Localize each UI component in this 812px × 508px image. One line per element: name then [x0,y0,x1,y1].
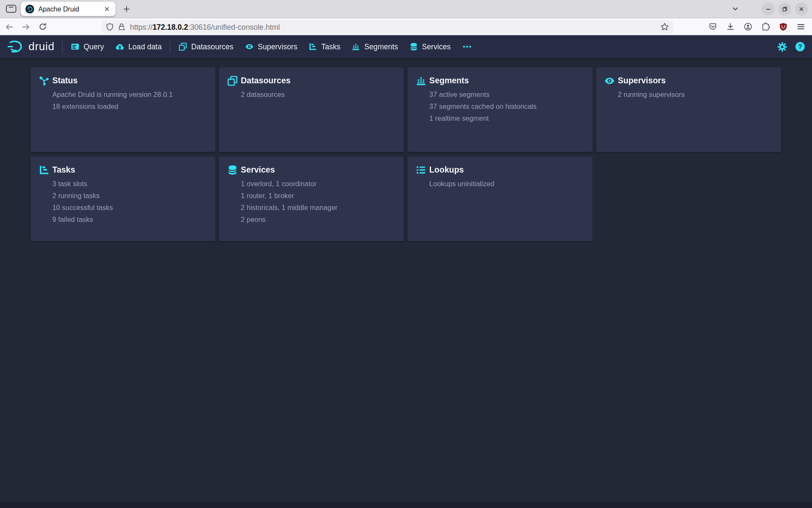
window-controls [762,2,808,15]
card-line: 18 extensions loaded [52,101,207,113]
window-bottom-edge [0,502,812,508]
url-input[interactable]: https://172.18.0.2:30616/unified-console… [102,20,673,34]
gantt-icon [39,165,49,175]
back-icon[interactable] [2,20,17,34]
card-line: 37 segments cached on historicals [429,101,584,113]
card-body: 2 datasources [241,89,396,101]
card-header: Segments [416,76,584,86]
lock-warning-icon[interactable] [118,23,127,31]
gantt-icon [309,43,317,51]
more-icon[interactable] [457,35,478,58]
tab-list-chevron-icon[interactable] [729,2,742,16]
gear-icon[interactable] [777,42,787,51]
card-body: Apache Druid is running version 28.0.1 1… [52,89,207,113]
card-title: Services [241,165,275,175]
druid-navbar: druid Query Load data [0,35,812,58]
eye-icon [245,43,254,51]
url-text: https://172.18.0.2:30616/unified-console… [130,23,657,31]
ublock-icon[interactable] [776,20,790,34]
card-title: Segments [429,76,469,85]
card-line: 1 router, 1 broker [241,190,396,201]
browser-window: Apache Druid [0,0,812,508]
restore-icon[interactable] [778,2,791,15]
card-line: 2 historicals, 1 middle manager [241,201,396,213]
eye-icon [604,76,615,86]
card-line: 37 active segments [429,89,584,101]
card-line: 9 failed tasks [52,213,207,225]
graph-icon [39,76,49,86]
card-title: Supervisors [618,76,666,85]
card-segments[interactable]: Segments 37 active segments 37 segments … [408,68,592,152]
url-scheme: https:// [130,23,152,31]
card-body: Lookups uninitialized [429,178,584,190]
stacked-chart-icon [416,76,426,86]
card-line: Apache Druid is running version 28.0.1 [52,89,207,101]
favicon-druid [25,4,34,13]
download-icon[interactable] [723,20,737,34]
card-line: 2 peons [241,213,396,225]
nav-item-segments[interactable]: Segments [346,35,404,58]
card-status[interactable]: Status Apache Druid is running version 2… [31,68,215,152]
account-icon[interactable] [741,20,755,34]
nav-item-query[interactable]: Query [65,35,110,58]
reload-icon[interactable] [35,20,50,34]
home-view: Status Apache Druid is running version 2… [0,58,812,246]
nav-item-services[interactable]: Services [404,35,457,58]
firefox-view-icon[interactable] [3,2,19,16]
toolbar-right-cluster [705,20,812,34]
card-body: 2 running supervisors [618,89,773,101]
brand-text: druid [28,40,54,53]
card-title: Tasks [52,165,75,175]
card-tasks[interactable]: Tasks 3 task slots 2 running tasks 10 su… [31,156,215,241]
database-icon [227,165,237,175]
query-icon [71,43,79,51]
nav-label: Segments [364,43,398,51]
card-line: 1 overlord, 1 coordinator [241,178,396,190]
card-body: 37 active segments 37 segments cached on… [429,89,584,125]
card-title: Lookups [429,165,464,175]
minimize-icon[interactable] [762,2,775,15]
navbar-divider [62,40,63,53]
card-supervisors[interactable]: Supervisors 2 running supervisors [596,68,781,152]
card-line: 3 task slots [52,178,207,190]
nav-item-supervisors[interactable]: Supervisors [239,35,303,58]
card-lookups[interactable]: Lookups Lookups uninitialized [408,156,592,241]
card-header: Supervisors [604,76,773,86]
card-header: Lookups [416,165,584,175]
menu-icon[interactable] [793,20,808,34]
card-services[interactable]: Services 1 overlord, 1 coordinator 1 rou… [219,156,404,241]
tab-title: Apache Druid [38,5,101,13]
pocket-icon[interactable] [705,20,720,34]
close-tab-icon[interactable] [101,3,113,14]
nav-label: Datasources [191,43,233,51]
forward-icon[interactable] [19,20,33,34]
card-line: 2 datasources [241,89,396,101]
bookmark-star-icon[interactable] [660,22,669,31]
shield-icon[interactable] [106,23,114,31]
druid-brand[interactable]: druid [0,40,60,54]
help-glyph: ? [798,43,802,50]
card-body: 3 task slots 2 running tasks 10 successf… [52,178,207,225]
navbar-right-cluster: ? [777,42,812,51]
card-datasources[interactable]: Datasources 2 datasources [219,68,404,152]
extensions-icon[interactable] [758,20,773,34]
nav-label: Load data [128,43,162,51]
nav-item-load-data[interactable]: Load data [110,35,167,58]
new-tab-icon[interactable] [121,3,132,14]
navbar-divider [170,40,170,53]
nav-item-tasks[interactable]: Tasks [303,35,346,58]
browser-tab-active[interactable]: Apache Druid [21,2,116,16]
url-path: :30616/unified-console.html [188,23,280,31]
stacked-chart-icon [352,43,360,51]
nav-label: Supervisors [258,43,297,51]
properties-icon [416,165,426,175]
card-title: Status [52,76,78,85]
help-icon[interactable]: ? [795,42,805,51]
card-header: Status [39,76,207,86]
load-data-icon [116,43,124,51]
nav-label: Tasks [321,43,340,51]
nav-item-datasources[interactable]: Datasources [173,35,239,58]
card-line: 10 successful tasks [52,201,207,213]
window-close-icon[interactable] [795,2,808,15]
card-header: Tasks [39,165,207,175]
